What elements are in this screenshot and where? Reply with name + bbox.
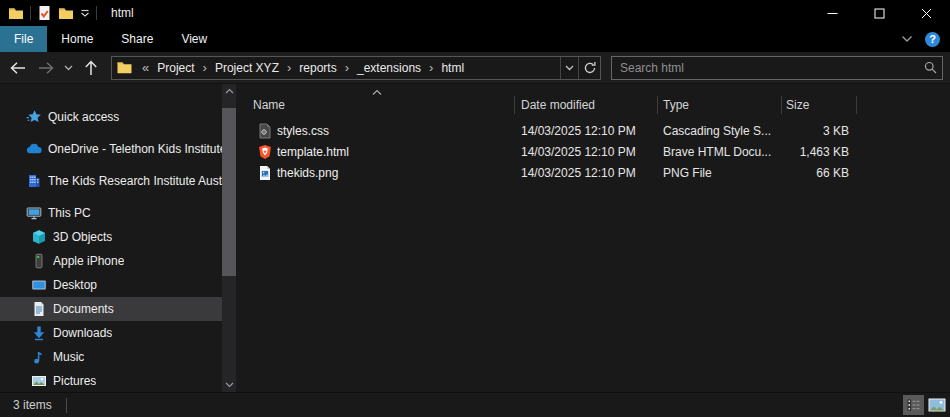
sidebar-item-label: Pictures <box>53 374 96 388</box>
sidebar-item-label: Documents <box>53 302 114 316</box>
building-icon <box>26 173 42 189</box>
new-folder-icon[interactable] <box>58 5 74 21</box>
scrollbar-up-arrow-icon[interactable] <box>222 84 236 98</box>
file-row-styles-css[interactable]: styles.css 14/03/2025 12:10 PM Cascading… <box>240 121 950 142</box>
maximize-button[interactable] <box>856 0 903 26</box>
cloud-icon <box>26 141 42 157</box>
breadcrumb-overflow-chevron[interactable]: « <box>138 60 153 75</box>
brave-html-file-icon <box>257 144 273 160</box>
up-button[interactable] <box>77 54 105 82</box>
search-input[interactable] <box>612 61 918 75</box>
file-size: 3 KB <box>729 124 849 138</box>
main-area: Quick access OneDrive - Telethon Kids In… <box>0 84 950 392</box>
sidebar-item-quick-access[interactable]: Quick access <box>0 105 222 129</box>
phone-icon <box>31 253 47 269</box>
sidebar-item-label: 3D Objects <box>53 230 112 244</box>
breadcrumb-item-extensions[interactable]: _extensions <box>353 61 425 75</box>
computer-icon <box>26 205 42 221</box>
properties-check-icon[interactable] <box>37 5 52 21</box>
breadcrumb-chevron-icon[interactable]: › <box>283 60 295 75</box>
details-view-button[interactable] <box>903 395 924 415</box>
tab-view[interactable]: View <box>167 26 221 52</box>
sidebar-item-pictures[interactable]: Pictures <box>0 369 222 392</box>
sidebar-item-label: Apple iPhone <box>53 254 124 268</box>
sidebar-item-desktop[interactable]: Desktop <box>0 273 222 297</box>
scrollbar-down-arrow-icon[interactable] <box>222 378 236 392</box>
sidebar-item-apple-iphone[interactable]: Apple iPhone <box>0 249 222 273</box>
forward-button[interactable] <box>32 54 60 82</box>
sidebar-scrollbar[interactable] <box>222 84 236 392</box>
file-list-pane: Name Date modified Type Size styles.css … <box>240 84 950 392</box>
download-arrow-icon <box>31 325 47 341</box>
column-header-size[interactable]: Size <box>786 92 850 118</box>
back-button[interactable] <box>4 54 32 82</box>
sidebar-item-kids-research-institute[interactable]: The Kids Research Institute Austra <box>0 169 222 193</box>
navigation-bar: « Project › Project XYZ › reports › _ext… <box>0 52 950 84</box>
sidebar-item-label: The Kids Research Institute Austra <box>48 174 222 188</box>
star-icon <box>26 109 42 125</box>
tab-home[interactable]: Home <box>47 26 107 52</box>
customize-toolbar-chevron-icon[interactable] <box>80 8 90 18</box>
column-separator[interactable] <box>781 96 782 114</box>
file-date-modified: 14/03/2025 12:10 PM <box>521 145 636 159</box>
sidebar-item-3d-objects[interactable]: 3D Objects <box>0 225 222 249</box>
breadcrumb-item-project[interactable]: Project <box>153 61 198 75</box>
music-note-icon <box>31 349 47 365</box>
quick-access-toolbar: html <box>0 5 134 21</box>
sidebar-item-label: OneDrive - Telethon Kids Institute <box>48 142 222 156</box>
breadcrumb-item-html[interactable]: html <box>437 61 468 75</box>
toolbar-separator <box>96 6 97 20</box>
close-button[interactable] <box>903 0 950 26</box>
sort-ascending-icon <box>371 85 383 92</box>
breadcrumb-chevron-icon[interactable]: › <box>199 60 211 75</box>
sidebar-item-documents[interactable]: Documents <box>0 297 222 321</box>
file-name: thekids.png <box>277 166 507 180</box>
window-controls <box>809 0 950 26</box>
file-size: 1,463 KB <box>729 145 849 159</box>
file-row-template-html[interactable]: template.html 14/03/2025 12:10 PM Brave … <box>240 142 950 163</box>
tab-file[interactable]: File <box>0 26 47 52</box>
breadcrumb-chevron-icon[interactable]: › <box>425 60 437 75</box>
column-header-name[interactable]: Name <box>253 92 511 118</box>
desktop-icon <box>31 277 47 293</box>
column-header-date-modified[interactable]: Date modified <box>521 92 653 118</box>
breadcrumb: « Project › Project XYZ › reports › _ext… <box>138 60 560 75</box>
sidebar-item-label: Quick access <box>48 110 119 124</box>
sidebar-item-onedrive[interactable]: OneDrive - Telethon Kids Institute <box>0 137 222 161</box>
sidebar-item-downloads[interactable]: Downloads <box>0 321 222 345</box>
search-icon[interactable] <box>918 61 942 74</box>
sidebar-item-music[interactable]: Music <box>0 345 222 369</box>
file-date-modified: 14/03/2025 12:10 PM <box>521 124 636 138</box>
titlebar: html <box>0 0 950 26</box>
css-file-icon <box>257 123 273 139</box>
sidebar-item-label: Downloads <box>53 326 112 340</box>
breadcrumb-item-reports[interactable]: reports <box>295 61 340 75</box>
address-bar[interactable]: « Project › Project XYZ › reports › _ext… <box>111 56 601 80</box>
refresh-icon[interactable] <box>578 57 600 79</box>
picture-icon <box>31 373 47 389</box>
navigation-pane: Quick access OneDrive - Telethon Kids In… <box>0 84 240 392</box>
address-history-chevron-icon[interactable] <box>560 57 578 79</box>
column-separator[interactable] <box>856 96 857 114</box>
column-header-type[interactable]: Type <box>663 92 775 118</box>
cube-icon <box>31 229 47 245</box>
ribbon-tab-bar: File Home Share View ? <box>0 26 950 52</box>
sidebar-item-label: Desktop <box>53 278 97 292</box>
file-row-thekids-png[interactable]: thekids.png 14/03/2025 12:10 PM PNG File… <box>240 163 950 184</box>
file-name: styles.css <box>277 124 507 138</box>
window-title: html <box>111 6 134 20</box>
sidebar-item-this-pc[interactable]: This PC <box>0 201 222 225</box>
tab-share[interactable]: Share <box>107 26 167 52</box>
help-icon[interactable]: ? <box>925 32 940 47</box>
png-file-icon <box>257 165 273 181</box>
recent-locations-chevron-icon[interactable] <box>60 54 77 82</box>
minimize-button[interactable] <box>809 0 856 26</box>
scrollbar-thumb[interactable] <box>222 108 236 276</box>
column-separator[interactable] <box>514 96 515 114</box>
large-icons-view-button[interactable] <box>926 395 947 415</box>
expand-ribbon-chevron-icon[interactable] <box>901 32 913 46</box>
breadcrumb-chevron-icon[interactable]: › <box>341 60 353 75</box>
status-bar: 3 items <box>0 392 950 417</box>
breadcrumb-item-project-xyz[interactable]: Project XYZ <box>211 61 283 75</box>
column-separator[interactable] <box>657 96 658 114</box>
